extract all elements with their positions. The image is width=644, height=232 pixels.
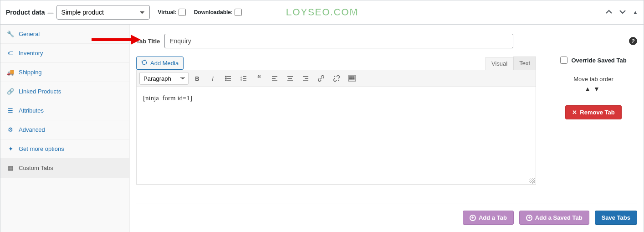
sidebar-item-get-more-options[interactable]: ✦ Get more options [0,139,129,159]
editor-toolbar: Paragraph B I 123 “ [136,70,536,87]
downloadable-checkbox-label: Downloadable: [194,9,242,16]
close-icon: ✕ [572,109,577,116]
svg-line-25 [338,80,339,81]
order-arrows: ▲▼ [550,85,637,93]
wrench-icon: 🔧 [7,31,14,37]
panel-body: 🔧 General 🏷 Inventory 🚚 Shipping 🔗 Linke… [0,25,644,232]
sidebar-item-label: Shipping [19,69,42,76]
blockquote-button[interactable]: “ [252,72,266,85]
svg-rect-28 [351,77,353,77]
product-data-sidebar: 🔧 General 🏷 Inventory 🚚 Shipping 🔗 Linke… [0,25,130,232]
tag-icon: 🏷 [7,50,14,57]
main-content: Tab Title ? Add Media Visual [130,25,644,232]
svg-point-5 [225,78,226,79]
insert-link-button[interactable] [314,72,328,85]
move-tab-order-label: Move tab order [550,76,637,82]
svg-point-7 [225,80,226,81]
remove-tab-button[interactable]: ✕ Remove Tab [565,105,621,119]
svg-text:3: 3 [240,79,242,82]
move-up-button[interactable]: ▲ [584,85,593,93]
italic-button[interactable]: I [206,72,220,85]
sidebar-item-advanced[interactable]: ⚙ Advanced [0,120,129,139]
chevron-up-icon[interactable] [605,8,613,17]
svg-rect-31 [351,78,353,79]
svg-rect-29 [353,77,354,77]
sidebar-item-label: Get more options [19,145,64,152]
align-left-button[interactable] [268,72,281,85]
add-saved-tab-button[interactable]: + Add a Saved Tab [519,211,589,225]
tab-title-label: Tab Title [136,38,160,45]
media-icon [141,59,148,67]
numbered-list-button[interactable]: 123 [237,72,250,85]
editor-content-text: [ninja_form id=1] [143,94,192,102]
add-media-button[interactable]: Add Media [136,57,184,70]
sidebar-item-custom-tabs[interactable]: ▦ Custom Tabs [0,159,129,178]
save-tabs-button[interactable]: Save Tabs [595,211,637,225]
title-dash: — [48,9,54,16]
editor-row: Add Media Visual Text Paragraph B I [136,57,637,185]
help-icon[interactable]: ? [629,37,637,45]
editor-media-row: Add Media Visual Text [136,57,536,70]
downloadable-checkbox[interactable] [235,9,242,16]
panel-title: Product data [6,9,45,16]
unlink-button[interactable] [330,72,343,85]
tab-title-input[interactable] [164,34,513,48]
align-right-button[interactable] [299,72,312,85]
sidebar-item-label: Inventory [19,50,43,57]
svg-rect-27 [349,77,351,77]
editor-column: Add Media Visual Text Paragraph B I [136,57,536,185]
editor-content-area[interactable]: [ninja_form id=1] [136,87,536,185]
sidebar-item-label: Attributes [19,107,44,114]
override-saved-tab-checkbox[interactable] [560,57,567,64]
triangle-toggle-icon[interactable]: ▲ [633,9,638,15]
toolbar-toggle-button[interactable] [345,72,359,85]
store-icon: ✦ [7,145,14,152]
panel-header: Product data — Simple product Virtual: D… [0,0,644,25]
footer-actions: + Add a Tab + Add a Saved Tab Save Tabs [136,203,637,230]
sidebar-item-shipping[interactable]: 🚚 Shipping [0,63,129,82]
svg-line-24 [334,76,335,77]
sidebar-item-inventory[interactable]: 🏷 Inventory [0,44,129,63]
watermark-text: LOYSEO.COM [286,6,358,18]
product-type-select[interactable]: Simple product [56,5,150,20]
tab-side-column: Override Saved Tab Move tab order ▲▼ ✕ R… [536,57,637,119]
sidebar-item-label: Advanced [19,126,45,133]
tab-visual[interactable]: Visual [486,57,513,70]
sidebar-item-general[interactable]: 🔧 General [0,25,129,44]
svg-rect-32 [353,78,354,79]
sidebar-item-label: General [19,31,40,37]
tab-text[interactable]: Text [513,57,536,70]
link-icon: 🔗 [7,88,14,95]
sidebar-item-attributes[interactable]: ☰ Attributes [0,101,129,120]
chevron-down-icon[interactable] [619,8,626,17]
virtual-checkbox[interactable] [179,9,186,16]
product-data-panel: Product data — Simple product Virtual: D… [0,0,644,232]
tab-title-row: Tab Title ? [136,25,637,57]
sidebar-item-label: Linked Products [19,88,61,95]
truck-icon: 🚚 [7,69,14,76]
align-center-button[interactable] [283,72,297,85]
svg-rect-30 [349,78,351,79]
svg-point-3 [225,76,226,77]
plus-circle-icon: + [526,215,532,221]
add-media-label: Add Media [150,60,179,67]
add-tab-button[interactable]: + Add a Tab [463,211,514,225]
plus-circle-icon: + [470,215,476,221]
editor-mode-tabs: Visual Text [486,57,536,70]
paragraph-format-select[interactable]: Paragraph [139,72,189,85]
move-down-button[interactable]: ▼ [593,85,603,93]
svg-point-2 [143,61,147,65]
tabs-icon: ▦ [7,165,14,171]
sidebar-item-linked-products[interactable]: 🔗 Linked Products [0,82,129,101]
resize-handle-icon[interactable] [529,178,535,183]
sidebar-item-label: Custom Tabs [19,165,53,171]
bulleted-list-button[interactable] [221,72,235,85]
virtual-checkbox-label: Virtual: [158,9,186,16]
gear-icon: ⚙ [7,126,14,133]
override-saved-tab-label[interactable]: Override Saved Tab [550,57,637,64]
bold-button[interactable]: B [190,72,204,85]
header-controls: ▲ [605,8,638,17]
list-icon: ☰ [7,107,14,114]
